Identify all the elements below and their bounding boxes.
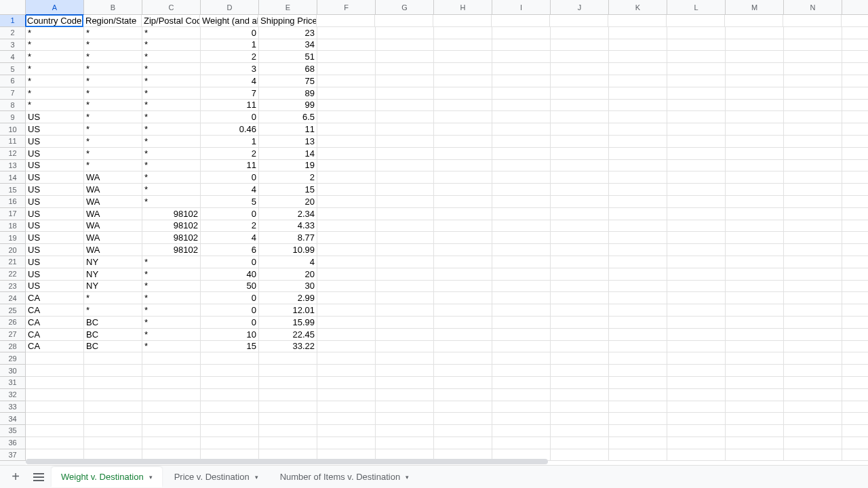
cell[interactable]: 4: [201, 75, 259, 87]
cell[interactable]: [492, 256, 551, 268]
cell[interactable]: [667, 256, 726, 268]
cell[interactable]: WA: [84, 184, 142, 196]
cell[interactable]: [317, 256, 376, 268]
cell[interactable]: [317, 27, 376, 39]
cell[interactable]: [84, 365, 142, 377]
cell[interactable]: [609, 75, 667, 87]
cell[interactable]: [492, 220, 551, 232]
cell[interactable]: [842, 377, 868, 389]
cell[interactable]: [376, 244, 434, 256]
cell[interactable]: [84, 377, 142, 389]
row-header-19[interactable]: 19: [0, 232, 26, 244]
cell[interactable]: [667, 184, 726, 196]
cell[interactable]: NY: [84, 281, 142, 293]
cell[interactable]: CA: [26, 341, 84, 353]
cell[interactable]: [784, 123, 842, 136]
cell[interactable]: [842, 15, 868, 27]
cell[interactable]: *: [142, 256, 201, 268]
cell[interactable]: [726, 51, 784, 63]
cell[interactable]: [376, 75, 434, 87]
cell[interactable]: [201, 389, 259, 401]
cell[interactable]: [726, 389, 784, 401]
cell[interactable]: [667, 171, 726, 184]
cell[interactable]: [201, 352, 259, 365]
row-header-25[interactable]: 25: [0, 304, 26, 317]
cell[interactable]: US: [26, 148, 84, 160]
cell[interactable]: *: [142, 87, 201, 100]
cell[interactable]: [492, 232, 551, 244]
cell[interactable]: Shipping Price: [258, 15, 317, 27]
cell[interactable]: 19: [259, 160, 317, 172]
cell[interactable]: [667, 401, 726, 413]
column-header-B[interactable]: B: [84, 0, 142, 15]
cell[interactable]: [726, 123, 784, 136]
cell[interactable]: 0: [201, 317, 259, 329]
cell[interactable]: [259, 352, 317, 365]
cell[interactable]: BC: [84, 341, 142, 353]
cell[interactable]: CA: [26, 317, 84, 329]
cell[interactable]: [784, 365, 842, 377]
cell[interactable]: [842, 220, 868, 232]
cell[interactable]: 2: [259, 171, 317, 184]
cell[interactable]: [434, 100, 492, 112]
cell[interactable]: [609, 148, 667, 160]
row-header-2[interactable]: 2: [0, 27, 26, 39]
cell[interactable]: [434, 63, 492, 75]
cell[interactable]: [492, 341, 551, 353]
row-header-4[interactable]: 4: [0, 51, 26, 63]
cell[interactable]: [376, 51, 434, 63]
cell[interactable]: [317, 232, 376, 244]
cell[interactable]: [726, 401, 784, 413]
cell[interactable]: [376, 437, 434, 449]
cell[interactable]: [609, 341, 667, 353]
cell[interactable]: [551, 377, 609, 389]
cell[interactable]: [784, 341, 842, 353]
cell[interactable]: 11: [201, 100, 259, 112]
cell[interactable]: [259, 401, 317, 413]
cell[interactable]: [667, 268, 726, 281]
cell[interactable]: CA: [26, 292, 84, 304]
cell[interactable]: *: [142, 292, 201, 304]
column-header-E[interactable]: E: [259, 0, 317, 15]
row-header-12[interactable]: 12: [0, 148, 26, 160]
cell[interactable]: 0: [201, 208, 259, 220]
cell[interactable]: WA: [84, 208, 142, 220]
cell[interactable]: [26, 437, 84, 449]
cell[interactable]: [317, 171, 376, 184]
cell[interactable]: [842, 389, 868, 401]
cell[interactable]: [667, 160, 726, 172]
row-header-16[interactable]: 16: [0, 196, 26, 208]
cell[interactable]: [609, 27, 667, 39]
cell[interactable]: [376, 268, 434, 281]
cell[interactable]: [317, 268, 376, 281]
cell[interactable]: [609, 352, 667, 365]
cell[interactable]: [726, 425, 784, 437]
add-sheet-button[interactable]: +: [5, 467, 26, 487]
cell[interactable]: 99: [259, 100, 317, 112]
cell[interactable]: [784, 413, 842, 425]
cell[interactable]: [842, 341, 868, 353]
cell[interactable]: [784, 292, 842, 304]
cell[interactable]: 10.99: [259, 244, 317, 256]
cell[interactable]: [726, 171, 784, 184]
cell[interactable]: [434, 87, 492, 100]
cell[interactable]: [667, 75, 726, 87]
cell[interactable]: 13: [259, 136, 317, 148]
cell[interactable]: *: [142, 27, 201, 39]
cell[interactable]: [609, 244, 667, 256]
cell[interactable]: [259, 365, 317, 377]
cell[interactable]: [376, 425, 434, 437]
cell[interactable]: [726, 196, 784, 208]
cell[interactable]: [784, 268, 842, 281]
cell[interactable]: US: [26, 196, 84, 208]
cell[interactable]: [376, 304, 434, 317]
cell[interactable]: 0.46: [201, 123, 259, 136]
cell[interactable]: [551, 389, 609, 401]
cell[interactable]: [317, 100, 376, 112]
cell-grid[interactable]: Country CodeRegion/StateZip/Postal CodeW…: [26, 15, 868, 465]
cell[interactable]: [84, 437, 142, 449]
cell[interactable]: WA: [84, 220, 142, 232]
cell[interactable]: 51: [259, 51, 317, 63]
cell[interactable]: [784, 51, 842, 63]
cell[interactable]: US: [26, 244, 84, 256]
